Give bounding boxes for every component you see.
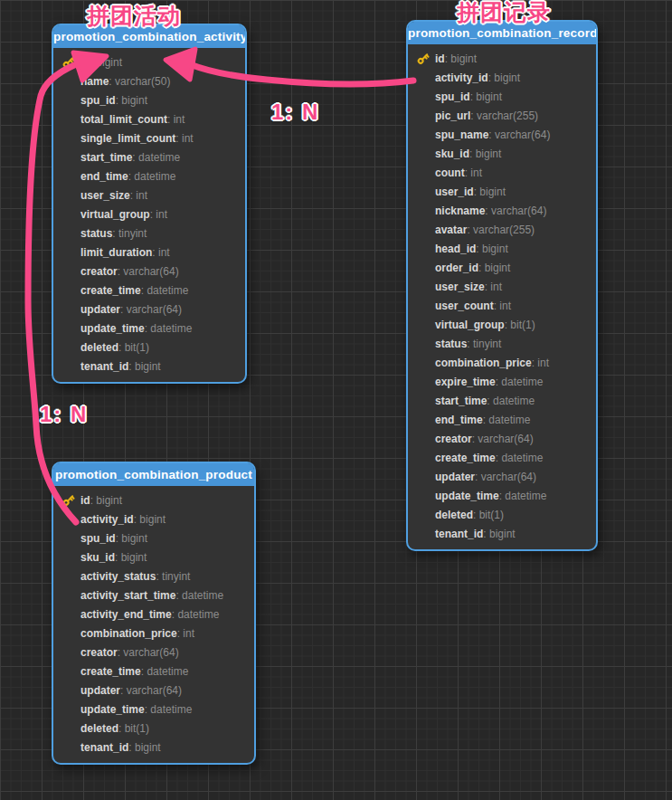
field-indent (416, 242, 431, 255)
field-type: : varchar(64) (485, 205, 546, 217)
field-indent (416, 489, 431, 502)
field-indent (62, 531, 76, 545)
field-name: virtual_group (435, 319, 505, 331)
field-name: status (435, 338, 467, 350)
cardinality-label: 1: N (40, 402, 88, 427)
field-name: updater (80, 684, 120, 697)
field-indent (416, 299, 431, 312)
field-name: deleted (435, 509, 473, 521)
field-indent (416, 204, 431, 217)
field-indent (416, 394, 431, 407)
field-row: activity_id: bigint (416, 68, 589, 87)
field-name: creator (80, 646, 118, 659)
field-indent (416, 337, 431, 350)
field-row: create_time: datetime (62, 281, 238, 300)
field-name: deleted (80, 341, 118, 354)
field-type: : bigint (90, 494, 122, 507)
field-row: start_time: datetime (62, 148, 238, 167)
field-row: nickname: varchar(64) (416, 201, 589, 220)
field-type: : datetime (175, 589, 223, 602)
field-indent (62, 340, 76, 354)
field-indent (416, 166, 431, 179)
field-row: count: int (416, 163, 589, 182)
field-type: : bigint (115, 551, 147, 564)
annotation-title-record: 拼团记录 (457, 0, 551, 27)
field-row: status: tinyint (416, 334, 589, 353)
field-row: update_time: datetime (62, 700, 247, 719)
entity-table-promotion-combination-product[interactable]: promotion_combination_product id: bigint… (52, 462, 256, 765)
field-row: virtual_group: bit(1) (416, 315, 589, 334)
field-name: limit_duration (80, 246, 152, 259)
field-row: tenant_id: bigint (62, 738, 247, 757)
field-name: user_count (435, 300, 494, 312)
field-type: : bit(1) (473, 509, 504, 521)
field-type: : datetime (132, 151, 180, 164)
field-name: update_time (435, 490, 499, 502)
field-name: user_size (435, 281, 485, 293)
field-name: activity_id (435, 71, 488, 84)
field-name: creator (435, 433, 472, 445)
field-indent (62, 131, 76, 145)
field-type: : bigint (116, 94, 147, 107)
field-name: spu_id (435, 90, 470, 103)
field-type: : datetime (496, 452, 544, 464)
field-row: update_time: datetime (416, 486, 589, 505)
field-indent (62, 702, 76, 716)
field-row: combination_price: int (416, 353, 589, 372)
field-indent (62, 283, 76, 297)
field-row: updater: varchar(64) (416, 467, 589, 486)
field-name: user_id (435, 186, 474, 198)
field-indent (416, 527, 431, 540)
field-row: single_limit_count: int (62, 129, 238, 148)
field-type: : int (150, 208, 167, 221)
field-indent (62, 245, 76, 259)
field-row: sku_id: bigint (62, 548, 247, 567)
field-name: id (80, 56, 90, 69)
field-name: activity_end_time (80, 608, 172, 621)
field-row: activity_start_time: datetime (62, 586, 247, 605)
field-type: : bigint (483, 528, 515, 540)
field-name: sku_id (80, 551, 115, 564)
primary-key-icon (62, 493, 76, 507)
field-row: spu_id: bigint (416, 87, 589, 106)
field-type: : int (485, 281, 502, 293)
field-type: : bit(1) (118, 722, 149, 735)
field-name: status (80, 227, 112, 240)
field-name: id (80, 494, 90, 507)
field-type: : int (177, 627, 194, 640)
table-header[interactable]: promotion_combination_product (53, 463, 254, 486)
field-row: status: tinyint (62, 224, 238, 243)
field-type: : datetime (499, 490, 547, 502)
field-row: update_time: datetime (62, 319, 238, 338)
field-name: spu_id (80, 94, 116, 107)
field-type: : bigint (445, 52, 477, 65)
field-type: : bigint (476, 243, 507, 255)
field-type: : datetime (487, 395, 535, 407)
field-row: combination_price: int (62, 624, 247, 643)
field-name: update_time (80, 703, 145, 716)
field-row: deleted: bit(1) (62, 719, 247, 738)
entity-table-promotion-combination-activity[interactable]: promotion_combination_activity id: bigin… (52, 24, 247, 384)
field-name: pic_url (435, 110, 470, 122)
field-type: : datetime (141, 284, 189, 297)
table-field-list: id: bigintactivity_id: bigintspu_id: big… (408, 44, 596, 549)
field-name: end_time (80, 170, 128, 183)
field-indent (62, 321, 76, 335)
field-indent (416, 451, 431, 464)
field-type: : datetime (145, 322, 193, 335)
field-row: user_size: int (62, 186, 238, 205)
field-indent (62, 550, 76, 564)
field-type: : varchar(64) (475, 471, 536, 483)
field-row: id: bigint (416, 49, 589, 68)
field-indent (62, 74, 76, 88)
field-type: : datetime (128, 170, 176, 183)
field-type: : varchar(64) (118, 646, 179, 659)
field-row: avatar: varchar(255) (416, 220, 589, 239)
field-name: count (435, 167, 465, 179)
field-type: : bigint (488, 71, 520, 84)
field-name: updater (80, 303, 120, 316)
field-indent (416, 71, 431, 84)
entity-table-promotion-combination-record[interactable]: promotion_combination_record id: biginta… (406, 20, 598, 551)
field-row: user_count: int (416, 296, 589, 315)
cardinality-label: 1: N (271, 100, 319, 125)
